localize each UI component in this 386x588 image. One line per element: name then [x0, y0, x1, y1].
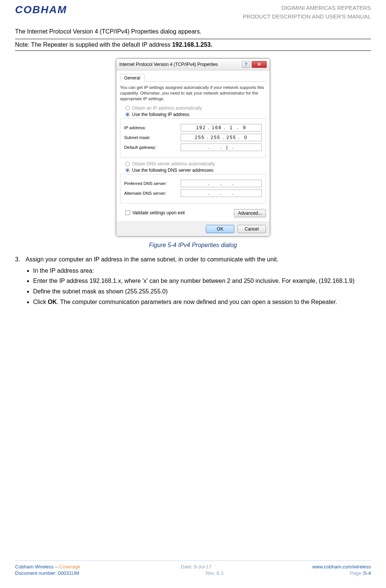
intro-text: The Internet Protocol Version 4 (TCP/IPv…: [15, 28, 371, 35]
help-icon[interactable]: ?: [242, 61, 250, 68]
radio-use-following-ip[interactable]: Use the following IP address:: [125, 112, 266, 117]
note-ip: 192.168.1.253.: [172, 41, 212, 48]
radio-label: Obtain DNS server address automatically: [132, 161, 215, 166]
cancel-button[interactable]: Cancel: [237, 225, 266, 233]
validate-checkbox-row[interactable]: Validate settings upon exit: [125, 210, 185, 215]
ip-address-input[interactable]: [181, 124, 262, 131]
dialog-body: General You can get IP settings assigned…: [116, 70, 270, 221]
dialog-footer: OK Cancel: [116, 221, 270, 236]
validate-label: Validate settings upon exit: [132, 210, 185, 215]
dialog-titlebar: Internet Protocol Version 4 (TCP/IPv4) P…: [116, 59, 270, 70]
radio-label: Obtain an IP address automatically: [132, 105, 202, 111]
radio-obtain-ip-auto[interactable]: Obtain an IP address automatically: [125, 105, 266, 111]
radio-obtain-dns-auto[interactable]: Obtain DNS server address automatically: [125, 161, 266, 166]
default-gateway-label: Default gateway:: [124, 145, 181, 150]
step-text: Assign your computer an IP address in th…: [26, 256, 278, 263]
doc-title-line-2: PRODUCT DESCRIPTION AND USER'S MANUAL: [243, 12, 371, 21]
footer-date: Date: 6-Jul-17: [181, 564, 212, 570]
bullet4-suffix: . The computer communication parameters …: [57, 299, 337, 305]
dialog-description: You can get IP settings assigned automat…: [120, 85, 266, 102]
footer-left-1: Cobham Wireless – Coverage: [15, 564, 80, 570]
checkbox-icon: [125, 210, 130, 215]
list-item: In the IP address area:: [33, 267, 371, 275]
doc-title-line-1: DIGIMINI AMERICAS REPEATERS: [243, 4, 371, 12]
subnet-mask-input[interactable]: [181, 134, 262, 141]
alternate-dns-label: Alternate DNS server:: [124, 191, 181, 195]
footer-page-number: 5-4: [364, 570, 371, 576]
preferred-dns-input[interactable]: [181, 180, 262, 187]
default-gateway-input[interactable]: [181, 144, 262, 151]
dialog-screenshot: Internet Protocol Version 4 (TCP/IPv4) P…: [15, 58, 371, 237]
tab-strip: General: [120, 73, 266, 82]
bullet4-prefix: Click: [33, 299, 48, 305]
note-box: Note: The Repeater is supplied with the …: [15, 39, 371, 51]
page-footer: Cobham Wireless – Coverage Date: 6-Jul-1…: [15, 561, 371, 577]
footer-rev: Rev. 6.3: [205, 570, 223, 576]
page-header: COBHAM DIGIMINI AMERICAS REPEATERS PRODU…: [15, 4, 371, 21]
close-icon[interactable]: ✕: [252, 61, 267, 68]
logo: COBHAM: [15, 4, 67, 16]
tab-general[interactable]: General: [120, 74, 144, 82]
dns-field-group: Preferred DNS server: Alternate DNS serv…: [120, 174, 266, 203]
ip-address-label: IP address:: [124, 125, 181, 130]
doc-title-block: DIGIMINI AMERICAS REPEATERS PRODUCT DESC…: [243, 4, 371, 21]
list-item: Click OK. The computer communication par…: [33, 298, 371, 306]
list-item: Define the subnet mask as shown (255.255…: [33, 287, 371, 296]
note-text: The Repeater is supplied with the defaul…: [29, 41, 172, 48]
list-item: Enter the IP address 192.168.1.x, where …: [33, 277, 371, 285]
figure-caption: Figure 5-4 IPv4 Properties dialog: [15, 242, 371, 249]
bullet4-bold: OK: [48, 299, 57, 305]
step-3: 3. Assign your computer an IP address in…: [15, 256, 371, 263]
radio-use-following-dns[interactable]: Use the following DNS server addresses:: [125, 168, 266, 173]
footer-coverage: Coverage: [59, 564, 80, 570]
bullet-list: In the IP address area: Enter the IP add…: [33, 267, 371, 306]
footer-page: Page |5-4: [350, 570, 371, 576]
radio-label: Use the following DNS server addresses:: [132, 168, 214, 173]
radio-icon: [125, 162, 130, 166]
footer-url: www.cobham.com/wireless: [312, 564, 371, 570]
advanced-button[interactable]: Advanced...: [234, 209, 266, 217]
footer-doc-number: Document number: 00031UM: [15, 570, 79, 576]
step-number: 3.: [15, 256, 26, 263]
radio-icon: [125, 168, 130, 173]
radio-icon: [125, 106, 130, 110]
alternate-dns-input[interactable]: [181, 189, 262, 197]
footer-company: Cobham Wireless –: [15, 564, 59, 570]
radio-label: Use the following IP address:: [132, 112, 190, 117]
ipv4-properties-dialog: Internet Protocol Version 4 (TCP/IPv4) P…: [116, 58, 270, 237]
ip-field-group: IP address: Subnet mask: Default gateway…: [120, 118, 266, 157]
radio-icon: [125, 112, 130, 117]
dialog-title: Internet Protocol Version 4 (TCP/IPv4) P…: [119, 62, 242, 67]
footer-page-label: Page |: [350, 570, 364, 576]
preferred-dns-label: Preferred DNS server:: [124, 181, 181, 186]
subnet-mask-label: Subnet mask:: [124, 135, 181, 140]
note-label: Note:: [15, 41, 29, 48]
ok-button[interactable]: OK: [206, 225, 234, 233]
